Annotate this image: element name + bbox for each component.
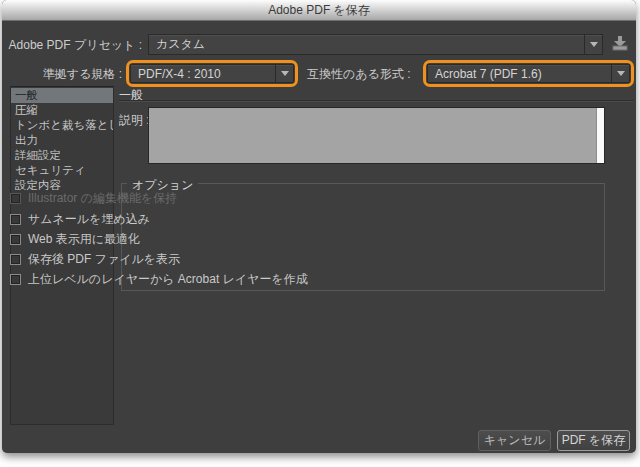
checkbox-label: サムネールを埋め込み bbox=[28, 211, 150, 228]
checkbox-embed-thumbnails[interactable]: サムネールを埋め込み bbox=[10, 213, 150, 226]
save-pdf-button[interactable]: PDF を保存 bbox=[557, 430, 630, 451]
save-preset-button[interactable] bbox=[611, 35, 629, 52]
cancel-button[interactable]: キャンセル bbox=[478, 430, 551, 451]
standard-value: PDF/X-4 : 2010 bbox=[131, 67, 275, 81]
checkbox-preserve-illustrator-editing: Illustrator の編集機能を保持 bbox=[10, 192, 177, 205]
sidebar-item-output[interactable]: 出力 bbox=[11, 133, 113, 148]
compatibility-dropdown[interactable]: Acrobat 7 (PDF 1.6) bbox=[427, 64, 630, 83]
checkbox-icon[interactable] bbox=[10, 234, 21, 245]
standard-label: 準拠する規格 : bbox=[2, 66, 122, 83]
checkbox-create-acrobat-layers[interactable]: 上位レベルのレイヤーから Acrobat レイヤーを作成 bbox=[10, 273, 308, 286]
checkbox-icon[interactable] bbox=[10, 274, 21, 285]
checkbox-label: 上位レベルのレイヤーから Acrobat レイヤーを作成 bbox=[28, 271, 308, 288]
checkbox-icon bbox=[10, 193, 21, 204]
save-adobe-pdf-dialog: Adobe PDF を保存 Adobe PDF プリセット : カスタム 準拠す… bbox=[2, 0, 636, 453]
compatibility-highlight-box: Acrobat 7 (PDF 1.6) bbox=[423, 60, 634, 87]
checkbox-label: Web 表示用に最適化 bbox=[28, 231, 140, 248]
compatibility-value: Acrobat 7 (PDF 1.6) bbox=[428, 67, 611, 81]
preset-value: カスタム bbox=[149, 36, 584, 53]
description-textarea[interactable] bbox=[148, 107, 605, 164]
sidebar-item-security[interactable]: セキュリティ bbox=[11, 163, 113, 178]
standard-highlight-box: PDF/X-4 : 2010 bbox=[126, 60, 298, 87]
compatibility-dropdown-arrow-button[interactable] bbox=[611, 65, 629, 82]
chevron-down-icon bbox=[590, 42, 598, 47]
preset-label: Adobe PDF プリセット : bbox=[2, 37, 142, 54]
checkbox-optimize-web[interactable]: Web 表示用に最適化 bbox=[10, 233, 140, 246]
standard-dropdown-arrow-button[interactable] bbox=[275, 65, 293, 82]
chevron-down-icon bbox=[617, 71, 625, 76]
description-label: 説明 : bbox=[119, 112, 150, 129]
panel-divider bbox=[119, 100, 634, 102]
standard-dropdown[interactable]: PDF/X-4 : 2010 bbox=[130, 64, 294, 83]
dialog-titlebar[interactable]: Adobe PDF を保存 bbox=[2, 0, 636, 21]
compatibility-label: 互換性のある形式 : bbox=[307, 66, 411, 83]
checkbox-label: Illustrator の編集機能を保持 bbox=[28, 190, 177, 207]
dialog-title: Adobe PDF を保存 bbox=[268, 3, 370, 17]
screenshot-canvas: Adobe PDF を保存 Adobe PDF プリセット : カスタム 準拠す… bbox=[0, 0, 640, 467]
preset-dropdown-arrow-button[interactable] bbox=[584, 35, 602, 54]
sidebar-item-marks-bleeds[interactable]: トンボと裁ち落とし bbox=[11, 118, 113, 133]
sidebar-item-general[interactable]: 一般 bbox=[11, 88, 113, 103]
sidebar-item-compression[interactable]: 圧縮 bbox=[11, 103, 113, 118]
checkbox-label: 保存後 PDF ファイルを表示 bbox=[28, 251, 180, 268]
checkbox-icon[interactable] bbox=[10, 214, 21, 225]
preset-dropdown[interactable]: カスタム bbox=[148, 34, 603, 55]
chevron-down-icon bbox=[281, 71, 289, 76]
sidebar-item-advanced[interactable]: 詳細設定 bbox=[11, 148, 113, 163]
checkbox-icon[interactable] bbox=[10, 254, 21, 265]
description-scrollbar[interactable] bbox=[596, 108, 604, 163]
save-preset-icon bbox=[611, 35, 629, 52]
checkbox-view-pdf-after-save[interactable]: 保存後 PDF ファイルを表示 bbox=[10, 253, 180, 266]
